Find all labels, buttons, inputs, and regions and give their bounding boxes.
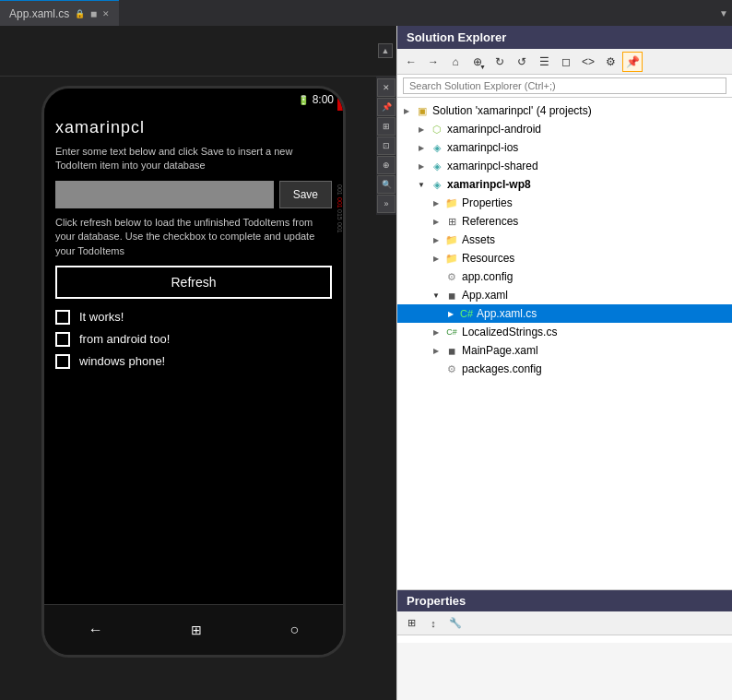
tab-appxamlcs[interactable]: App.xaml.cs 🔒 ◼ ✕ [0,0,119,26]
tree-label-appxamlcs: App.xaml.cs [477,307,537,320]
main-area: ▲ 🔋 8:00 xamarinpcl Enter some text [0,26,732,700]
phone-container: 🔋 8:00 xamarinpcl Enter some text below … [0,77,396,700]
tree-icon-shared: ◈ [430,159,444,173]
tree-arrow-assets[interactable]: ▶ [431,234,442,245]
phone-save-button[interactable]: Save [279,181,332,208]
se-btn-show-all[interactable]: ◻ [556,52,576,72]
tree-item-appxaml[interactable]: ▼ ◼ App.xaml [397,286,732,304]
se-btn-forward[interactable]: → [423,52,443,72]
tree-item-ios[interactable]: ▶ ◈ xamarinpcl-ios [397,138,732,157]
tree-item-mainpage[interactable]: ▶ ◼ MainPage.xaml [397,341,732,360]
side-tool-expand[interactable]: » [377,195,396,213]
phone-home-button[interactable]: ⊞ [191,623,202,637]
se-btn-properties[interactable]: ⚙ [600,52,620,72]
checkbox-label-0: It works! [79,310,124,324]
phone-side-numbers: 001 001 015 001 [330,184,343,233]
tree-label-appconfig: app.config [462,270,513,283]
side-tool-grid[interactable]: ⊞ [377,117,396,136]
side-tool-pin[interactable]: 📌 [377,98,396,116]
tree-icon-resources: 📁 [444,251,459,266]
phone-input-row: Save [55,181,332,208]
se-btn-refresh[interactable]: ↻ [490,52,510,72]
tree-arrow-localizedstrings[interactable]: ▶ [431,326,442,338]
tree-icon-assets: 📁 [444,232,459,247]
phone-description2: Click refresh below to load the unfinish… [55,216,332,258]
side-tool-zoom[interactable]: ⊡ [377,136,396,155]
tree-arrow-shared[interactable]: ▶ [416,160,427,172]
tree-item-shared[interactable]: ▶ ◈ xamarinpcl-shared [397,157,732,175]
properties-panel: Properties ⊞ ↕ 🔧 [397,589,732,700]
tree-arrow-appxaml[interactable]: ▼ [431,290,442,301]
tree-arrow-solution[interactable]: ▶ [401,105,412,116]
tree-arrow-resources[interactable]: ▶ [431,253,442,264]
tree-item-appconfig[interactable]: ▶ ⚙ app.config [397,267,732,286]
checkbox-1[interactable] [55,332,70,347]
tree-arrow-android[interactable]: ▶ [416,124,427,135]
checkbox-0[interactable] [55,310,70,325]
se-btn-back[interactable]: ← [401,52,421,72]
phone-description1: Enter some text below and click Save to … [55,145,332,173]
checkbox-item-0[interactable]: It works! [55,306,332,328]
tree-label-wp8: xamarinpcl-wp8 [447,178,531,191]
scroll-down-btn[interactable]: ▼ [719,8,728,18]
tree-item-wp8[interactable]: ▼ ◈ xamarinpcl-wp8 [397,175,732,194]
phone-checkbox-list: It works! from android too! windows phon… [55,306,332,373]
phone-text-input[interactable] [55,181,274,208]
tree-item-android[interactable]: ▶ ⬡ xamarinpcl-android [397,120,732,138]
tree-icon-localizedstrings: C# [444,325,459,339]
tree-item-localizedstrings[interactable]: ▶ C# LocalizedStrings.cs [397,323,732,341]
tree-item-solution[interactable]: ▶ ▣ Solution 'xamarinpcl' (4 projects) [397,101,732,120]
se-btn-code[interactable]: <> [578,52,598,72]
tree-item-properties[interactable]: ▶ 📁 Properties [397,194,732,212]
se-btn-home[interactable]: ⌂ [445,52,466,72]
tab-label: App.xaml.cs [9,7,69,20]
phone-app-title: xamarinpcl [55,118,332,137]
side-tool-search[interactable]: 🔍 [377,175,396,194]
tree-arrow-mainpage[interactable]: ▶ [431,345,442,356]
tree-item-appxamlcs[interactable]: ▶ C# App.xaml.cs [397,304,732,323]
se-btn-sync[interactable]: ⊕▼ [467,52,488,72]
side-tool-fit[interactable]: ⊕ [377,156,396,174]
se-btn-undo[interactable]: ↺ [512,52,532,72]
prop-btn-categories[interactable]: ⊞ [401,613,421,634]
checkbox-item-1[interactable]: from android too! [55,328,332,350]
checkbox-label-1: from android too! [79,332,170,346]
phone-status-bar: 🔋 8:00 [44,89,343,111]
tree-item-resources[interactable]: ▶ 📁 Resources [397,249,732,267]
prop-btn-sort[interactable]: ↕ [423,613,443,634]
se-search-input[interactable] [403,77,726,94]
editor-top: ▲ [0,26,396,77]
tree-icon-appxaml: ◼ [444,288,459,303]
checkbox-item-2[interactable]: windows phone! [55,350,332,373]
se-btn-filter[interactable]: ☰ [534,52,554,72]
scroll-up-btn[interactable]: ▲ [378,43,393,58]
phone-back-button[interactable]: ← [89,622,103,638]
side-tool-close[interactable]: ✕ [377,78,396,97]
tree-item-packagesconfig[interactable]: ▶ ⚙ packages.config [397,360,732,378]
phone-refresh-button[interactable]: Refresh [55,266,332,299]
checkbox-2[interactable] [55,354,70,369]
tree-label-mainpage: MainPage.xaml [462,344,538,357]
prop-btn-wrench[interactable]: 🔧 [445,613,466,634]
tree-item-assets[interactable]: ▶ 📁 Assets [397,231,732,249]
tree-arrow-wp8[interactable]: ▼ [416,179,427,190]
tree-label-shared: xamarinpcl-shared [447,160,538,172]
se-search-box [397,75,732,98]
se-btn-pin[interactable]: 📌 [622,52,643,72]
tree-item-references[interactable]: ▶ ⊞ References [397,212,732,231]
right-panel: Solution Explorer ← → ⌂ ⊕▼ ↻ ↺ ☰ ◻ <> ⚙ … [396,26,732,700]
tree-icon-packagesconfig: ⚙ [444,362,459,376]
tab-close-icon[interactable]: ✕ [102,9,110,18]
se-toolbar: ← → ⌂ ⊕▼ ↻ ↺ ☰ ◻ <> ⚙ 📌 [397,49,732,75]
tree-icon-ios: ◈ [430,140,444,155]
tree-label-properties: Properties [462,196,513,209]
phone-search-button[interactable]: ○ [290,622,300,638]
tree-arrow-properties[interactable]: ▶ [431,197,442,208]
tree-arrow-ios[interactable]: ▶ [416,142,427,153]
tree-icon-solution: ▣ [415,103,430,118]
tree-arrow-appxamlcs[interactable]: ▶ [445,308,456,319]
solution-explorer-title: Solution Explorer [407,30,506,44]
tab-unsaved-icon: ◼ [90,9,97,18]
checkbox-label-2: windows phone! [79,354,165,368]
tree-arrow-references[interactable]: ▶ [431,216,442,227]
